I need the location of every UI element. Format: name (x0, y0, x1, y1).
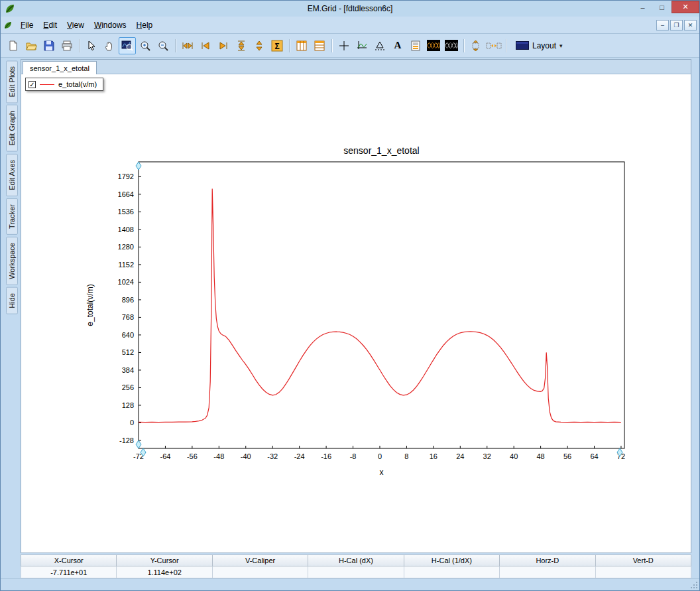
y-tick-label: 1280 (118, 243, 134, 251)
chart-title: sensor_1_x_etotal (343, 145, 419, 156)
open-file-button[interactable] (23, 37, 40, 54)
layout-dropdown-button[interactable]: Layout ▾ (510, 37, 569, 54)
cursor-value-cell (596, 566, 691, 578)
scroll-vertical-button[interactable] (251, 37, 268, 54)
autoscale-button[interactable]: Σ (268, 37, 286, 54)
main-area: Edit Plots Edit Graph Edit Axes Tracker … (1, 58, 699, 553)
fit-vertical-icon (235, 40, 247, 52)
main-toolbar: Σ A Layout ▾ (1, 34, 699, 58)
cursor-value-cell (404, 566, 500, 578)
zoom-window-icon (121, 40, 133, 52)
menu-bar: File Edit View Windows Help – ❐ ✕ (1, 17, 699, 34)
legend-label: e_total(v/m) (58, 80, 97, 88)
layout-swatch-icon (516, 41, 529, 50)
waveform-orange-button[interactable] (425, 37, 442, 54)
print-button[interactable] (58, 37, 76, 54)
y-tick-label: 640 (122, 331, 134, 339)
x-tick-label: 64 (590, 452, 598, 460)
menu-view[interactable]: View (62, 18, 89, 33)
cursor-readout-table: X-CursorY-CursorV-CaliperH-Cal (dX)H-Cal… (21, 555, 691, 578)
waveform-gray-button[interactable] (443, 37, 460, 54)
pan-hand-icon (103, 40, 115, 52)
resize-grip[interactable] (689, 580, 698, 589)
chart-canvas[interactable]: sensor_1_x_etotal-1280128256384512640768… (21, 74, 691, 553)
new-file-button[interactable] (5, 37, 22, 54)
y-tick-label: 1408 (118, 226, 134, 233)
table-columns-icon (296, 40, 308, 52)
menu-edit[interactable]: Edit (38, 18, 62, 33)
y-tick-label: 1024 (118, 278, 134, 286)
cursor-value-cell (308, 566, 404, 578)
y-tick-label: 512 (122, 348, 134, 356)
zoom-window-button[interactable] (119, 37, 136, 54)
fit-vertical-button[interactable] (233, 37, 250, 54)
crosshair-button[interactable] (335, 37, 353, 54)
text-annotation-button[interactable]: A (389, 37, 406, 54)
zoom-out-button[interactable] (154, 37, 172, 54)
menu-file[interactable]: File (16, 18, 38, 33)
x-tick-label: -56 (187, 452, 198, 460)
report-button[interactable] (407, 37, 424, 54)
y-tick-label: 1536 (118, 208, 134, 216)
x-tick-label: -8 (350, 452, 357, 460)
x-tick-label: 24 (456, 452, 464, 460)
delta-marker-button[interactable] (371, 37, 388, 54)
fit-horizontal-button[interactable] (179, 37, 196, 54)
table-rows-icon (314, 40, 325, 52)
y-tick-label: 1664 (118, 190, 134, 198)
scroll-left-button[interactable] (197, 37, 214, 54)
cursor-value-cell (213, 566, 308, 578)
pan-button[interactable] (101, 37, 118, 54)
mdi-window-controls: – ❐ ✕ (656, 20, 697, 31)
cursor-table-header-row: X-CursorY-CursorV-CaliperH-Cal (dX)H-Cal… (21, 555, 691, 566)
x-tick-label: 40 (510, 452, 518, 460)
sidebar-item-tracker[interactable]: Tracker (6, 198, 18, 235)
vertical-marker-icon (470, 40, 482, 52)
delta-triangle-icon (374, 40, 386, 52)
close-button[interactable]: ✕ (671, 1, 699, 13)
sidebar-item-edit-plots[interactable]: Edit Plots (6, 60, 18, 103)
vertical-marker-button[interactable] (467, 37, 485, 54)
tab-sensor-1-x-etotal[interactable]: sensor_1_x_etotal (23, 61, 97, 74)
sidebar-item-hide[interactable]: Hide (6, 287, 18, 314)
mdi-close-button[interactable]: ✕ (684, 20, 697, 31)
x-axis-label: x (380, 468, 384, 477)
axes-plot-button[interactable] (353, 37, 371, 54)
x-tick-label: -24 (294, 452, 305, 460)
zoom-in-icon (139, 40, 151, 52)
window-controls: – □ ✕ (633, 1, 699, 13)
cursor-header-cell: Y-Cursor (117, 555, 212, 566)
legend-box: ✓ e_total(v/m) (25, 78, 103, 91)
mdi-restore-button[interactable]: ❐ (670, 20, 683, 31)
table-columns-button[interactable] (293, 37, 310, 54)
zoom-in-button[interactable] (137, 37, 154, 54)
menu-help[interactable]: Help (132, 18, 158, 33)
select-cursor-button[interactable] (83, 37, 100, 54)
x-tick-label: 0 (378, 452, 382, 460)
mdi-minimize-button[interactable]: – (656, 20, 669, 31)
menu-windows[interactable]: Windows (89, 18, 131, 33)
minimize-button[interactable]: – (633, 1, 652, 13)
crosshair-icon (338, 40, 350, 52)
document-logo-icon (3, 21, 13, 30)
sidebar-item-edit-graph[interactable]: Edit Graph (6, 105, 18, 152)
plot-area: ✓ e_total(v/m) sensor_1_x_etotal-1280128… (21, 74, 691, 553)
save-button[interactable] (40, 37, 58, 54)
select-cursor-icon (86, 40, 97, 52)
title-bar[interactable]: EM.Grid - [fdtdlesson6c] – □ ✕ (1, 1, 699, 17)
toolbar-separator (463, 39, 464, 52)
scroll-right-button[interactable] (215, 37, 232, 54)
sidebar-item-edit-axes[interactable]: Edit Axes (6, 154, 18, 196)
toolbar-separator (331, 39, 332, 52)
legend-line-sample (40, 84, 54, 85)
maximize-button[interactable]: □ (652, 1, 671, 13)
sidebar-item-workspace[interactable]: Workspace (6, 237, 18, 285)
horizontal-marker-button[interactable] (485, 37, 502, 54)
status-bar (1, 578, 699, 590)
table-rows-button[interactable] (311, 37, 328, 54)
cursor-header-cell: H-Cal (1/dX) (404, 555, 500, 566)
open-folder-icon (25, 40, 37, 52)
cursor-header-cell: Horz-D (500, 555, 595, 566)
legend-checkbox[interactable]: ✓ (29, 81, 36, 88)
toolbar-separator (175, 39, 176, 52)
